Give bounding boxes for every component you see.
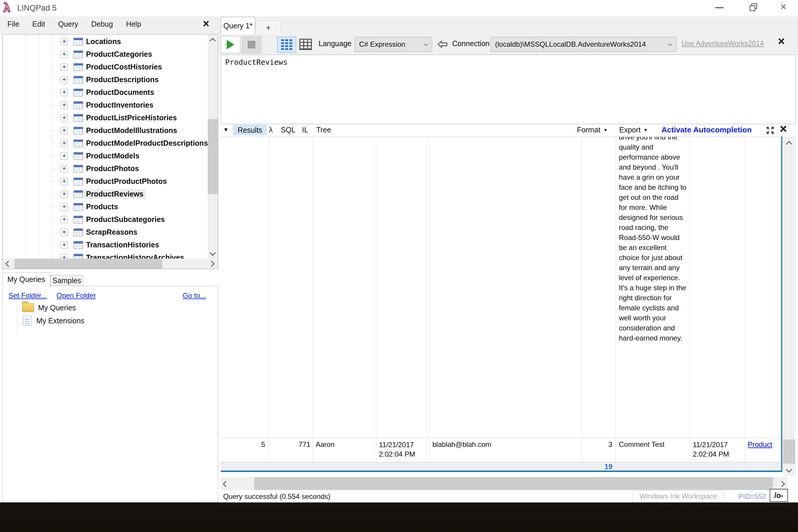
use-database-link[interactable]: Use AdventureWorks2014 — [682, 39, 764, 48]
tree-item-table[interactable]: +ProductSubcategories — [3, 213, 208, 226]
tree-item-table[interactable]: +ProductModels — [3, 150, 208, 162]
menu-debug[interactable]: Debug — [91, 20, 113, 28]
results-horizontal-scrollbar[interactable] — [221, 477, 788, 490]
table-icon — [74, 152, 83, 160]
close-button[interactable]: × — [780, 1, 786, 13]
tree-item-table[interactable]: +ProductDocuments — [3, 86, 208, 99]
menu-help[interactable]: Help — [126, 20, 141, 28]
tab-tree[interactable]: Tree — [316, 126, 331, 134]
tree-item-table[interactable]: +ProductDescriptions — [3, 73, 208, 86]
data-grid-results-button[interactable] — [297, 37, 314, 52]
scroll-down-icon[interactable] — [786, 467, 792, 473]
expand-icon[interactable]: + — [61, 51, 68, 58]
restore-button[interactable] — [748, 2, 758, 13]
results-format-badge[interactable]: /o- — [770, 489, 788, 502]
expand-icon[interactable]: + — [61, 63, 68, 71]
tree-item-table[interactable]: +ScrapReasons — [3, 226, 208, 239]
expand-icon[interactable]: + — [61, 178, 68, 185]
expand-icon[interactable]: + — [61, 203, 68, 210]
tree-item-table[interactable]: +Products — [3, 201, 208, 213]
tab-lambda[interactable]: λ — [269, 126, 273, 134]
menu-query[interactable]: Query — [58, 20, 78, 28]
tree-item-table[interactable]: +ProductListPriceHistories — [3, 111, 208, 124]
expand-icon[interactable]: + — [61, 140, 68, 147]
grid-right-accent — [781, 136, 782, 472]
tree-hscroll-thumb[interactable] — [15, 259, 162, 269]
tab-sql[interactable]: SQL — [281, 126, 296, 134]
close-schema-pane-icon[interactable]: × — [203, 17, 209, 30]
tab-samples[interactable]: Samples — [50, 275, 83, 286]
set-folder-link[interactable]: Set Folder... — [8, 291, 47, 300]
expand-icon[interactable]: + — [61, 127, 68, 134]
menu-file[interactable]: File — [7, 20, 19, 28]
expand-icon[interactable]: + — [61, 216, 68, 223]
close-connection-icon[interactable]: × — [778, 35, 785, 48]
node-my-extensions[interactable]: My Extensions — [23, 316, 84, 326]
tree-item-table[interactable]: +TransactionHistories — [3, 239, 208, 251]
expand-icon[interactable]: + — [61, 76, 68, 83]
tree-item-table[interactable]: +ProductCostHistories — [3, 61, 208, 73]
results-grid: drive you'll find the quality and perfor… — [221, 136, 781, 472]
minimize-button[interactable] — [715, 7, 723, 8]
tree-item-table[interactable]: +ProductInventories — [3, 99, 208, 111]
tree-item-table[interactable]: +ProductModelIllustrations — [3, 124, 208, 137]
expand-icon[interactable]: + — [61, 89, 68, 96]
expand-icon[interactable]: + — [61, 152, 68, 159]
tree-item-table[interactable]: +Locations — [3, 35, 208, 48]
expand-icon[interactable]: + — [61, 191, 68, 198]
tab-query-1[interactable]: Query 1* — [221, 17, 255, 34]
new-query-tab[interactable]: + — [256, 21, 281, 34]
results-vscroll-thumb[interactable] — [783, 439, 795, 464]
results-vertical-scrollbar[interactable] — [783, 136, 795, 476]
scroll-down-icon[interactable] — [210, 250, 216, 256]
expand-icon[interactable]: + — [61, 38, 68, 45]
rich-text-results-button[interactable] — [277, 37, 296, 53]
tab-results[interactable]: Results — [233, 125, 267, 135]
jump-to-connection-icon[interactable] — [437, 39, 448, 51]
export-menu[interactable]: Export ▼ — [619, 126, 648, 134]
run-button[interactable] — [221, 36, 240, 53]
scroll-right-icon[interactable] — [779, 481, 785, 487]
language-dropdown[interactable]: C# Expression — [355, 37, 432, 52]
node-my-queries[interactable]: My Queries — [22, 303, 76, 312]
collapse-results-icon[interactable]: ▼ — [223, 127, 229, 133]
tree-guide-line — [17, 307, 17, 335]
scroll-left-icon[interactable] — [5, 261, 12, 267]
tab-my-queries[interactable]: My Queries — [2, 272, 50, 286]
go-to-link[interactable]: Go to... — [183, 291, 206, 300]
tree-item-table[interactable]: +TransactionHistoryArchives — [3, 251, 208, 259]
tree-vertical-scrollbar[interactable] — [208, 35, 218, 259]
activate-autocompletion-link[interactable]: Activate Autocompletion — [662, 125, 752, 134]
ink-workspace-tooltip: Windows Ink Workspace — [632, 491, 724, 502]
code-editor[interactable]: ProductReviews — [221, 55, 796, 124]
menu-edit[interactable]: Edit — [32, 20, 45, 28]
cell-product-link[interactable]: Product — [748, 440, 772, 449]
format-menu[interactable]: Format ▼ — [577, 126, 608, 134]
expand-icon[interactable]: + — [61, 242, 68, 249]
tree-item-table[interactable]: +ProductPhotos — [3, 162, 208, 175]
connection-label: Connection — [452, 39, 490, 48]
play-icon — [227, 40, 234, 49]
results-hscroll-thumb[interactable] — [254, 477, 773, 490]
tree-item-table-selected[interactable]: +ProductReviews — [3, 188, 208, 201]
tree-item-table[interactable]: +ProductCategories — [3, 48, 208, 61]
scroll-up-icon[interactable] — [210, 38, 216, 44]
expand-icon[interactable]: + — [61, 114, 68, 121]
tree-item-table[interactable]: +ProductProductPhotos — [3, 175, 208, 188]
scroll-right-icon[interactable] — [208, 261, 214, 267]
expand-results-icon[interactable] — [765, 125, 776, 137]
expand-icon[interactable]: + — [61, 102, 68, 109]
connection-dropdown[interactable]: (localdb)\MSSQLLocalDB.AdventureWorks201… — [491, 37, 676, 52]
expand-icon[interactable]: + — [61, 229, 68, 236]
tree-item-table[interactable]: +ProductModelProductDescriptions — [3, 137, 208, 150]
tree-vscroll-thumb[interactable] — [208, 119, 218, 194]
tab-il[interactable]: IL — [302, 126, 308, 134]
scroll-up-icon[interactable] — [786, 141, 792, 147]
expand-icon[interactable]: + — [61, 165, 68, 172]
stop-button[interactable] — [242, 36, 261, 53]
open-folder-link[interactable]: Open Folder — [56, 291, 96, 300]
query-tab-strip — [219, 16, 798, 34]
close-results-icon[interactable]: × — [780, 122, 787, 136]
tree-horizontal-scrollbar[interactable] — [3, 259, 218, 269]
scroll-left-icon[interactable] — [223, 481, 229, 487]
